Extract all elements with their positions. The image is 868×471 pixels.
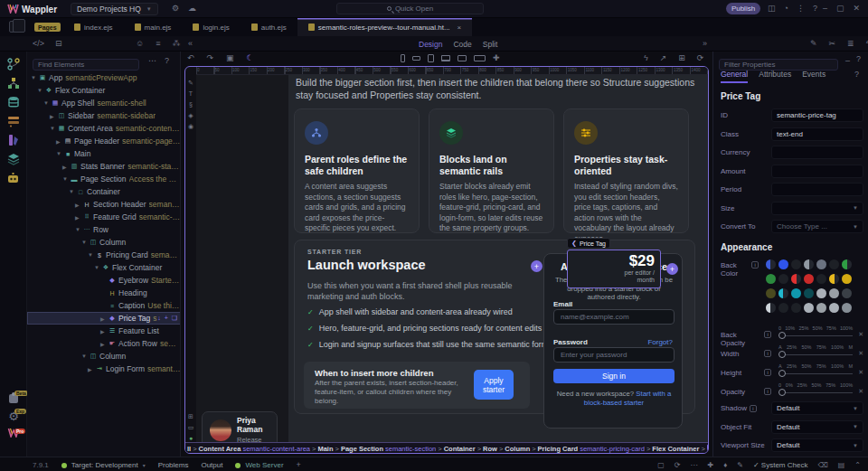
tree-item-page-header[interactable]: ▶▤Page Headersemantic-page-header [27, 135, 181, 147]
ai-assistant-icon[interactable]: ☺ [136, 40, 144, 48]
password-field[interactable] [553, 347, 675, 363]
view-mode-design[interactable]: Design [419, 40, 442, 49]
slider-knob[interactable] [778, 351, 786, 358]
tree-item-flex-container[interactable]: ▼❖Flex Container [27, 84, 181, 97]
cloud-sync-icon[interactable]: ☁ [188, 5, 196, 13]
breadcrumb-flex-container[interactable]: Flex Container [652, 445, 699, 453]
apply-starter-button[interactable]: Apply starter [474, 370, 514, 400]
color-swatch[interactable] [842, 303, 852, 313]
layout-columns-icon[interactable]: ◫ [768, 5, 776, 13]
breadcrumb-main[interactable]: Main [317, 445, 333, 453]
select-object-fit[interactable]: Default▼ [771, 420, 863, 434]
file-tab[interactable]: auth.ejs [241, 18, 297, 36]
expand-icon[interactable]: ▼ [81, 353, 89, 359]
expand-panel-icon[interactable]: » [703, 40, 707, 48]
more-icon[interactable]: ⋯ [690, 462, 697, 469]
color-swatch[interactable] [829, 274, 839, 284]
breadcrumb-page-section[interactable]: Page Sectionsemantic-section [341, 445, 436, 453]
insert-after-icon[interactable]: ↓ [157, 315, 161, 322]
preview-box-icon[interactable]: ▢ [657, 462, 665, 469]
color-swatch[interactable] [766, 303, 776, 313]
expand-icon[interactable]: ▶ [75, 202, 82, 208]
more-options-icon[interactable]: ⋯ [148, 57, 156, 65]
file-tab[interactable]: login.ejs [182, 18, 240, 36]
select-viewport-size[interactable]: Default▼ [771, 438, 863, 452]
tree-item-stats-banner[interactable]: ▶▥Stats Bannersemantic-stats-banner [27, 160, 181, 173]
color-swatch[interactable] [816, 288, 826, 298]
expand-icon[interactable]: ▶ [88, 366, 95, 372]
layers-icon[interactable]: ≣ [847, 40, 854, 48]
breadcrumb-pricing-card[interactable]: Pricing Cardsemantic-pricing-card [538, 445, 645, 453]
dom-tree-icon[interactable]: ⊟ [55, 40, 62, 48]
color-swatch[interactable] [816, 303, 826, 313]
tree-item-content-area[interactable]: ▼▦Content Areasemantic-content-area [27, 122, 181, 135]
property-input-class[interactable]: text-end [771, 127, 863, 141]
apps-grid-icon[interactable]: ⊞ [185, 413, 196, 419]
edit-icon[interactable]: ✎ [185, 80, 196, 86]
help-icon[interactable]: ? [165, 57, 169, 65]
add-target-icon[interactable]: + [297, 461, 301, 469]
expand-icon[interactable]: ▶ [100, 341, 108, 347]
color-swatch[interactable] [766, 274, 776, 284]
droplet-icon[interactable]: ◔ [784, 5, 788, 13]
bolt-icon[interactable]: ϟ [644, 54, 648, 62]
database-icon[interactable] [7, 96, 20, 108]
system-check-button[interactable]: ✓ System Check [753, 461, 808, 469]
output-button[interactable]: Output [201, 461, 222, 469]
git-icon[interactable] [7, 58, 20, 71]
expand-icon[interactable]: ▶ [56, 138, 63, 145]
expand-icon[interactable]: ▼ [62, 176, 70, 182]
tree-item-section-header[interactable]: ▶HSection Headersemantic-secti... [27, 198, 181, 211]
frame-icon[interactable]: ▭ [185, 424, 196, 430]
settings-icon[interactable]: ⚙ [172, 5, 179, 13]
tree-item-sidebar[interactable]: ▶◫Sidebarsemantic-sidebar [27, 109, 181, 122]
sign-in-button[interactable]: Sign in [553, 369, 675, 383]
quick-open-search[interactable]: Quick Open [336, 3, 484, 14]
property-select-convert-to[interactable]: Choose Type ...▼ [771, 220, 863, 233]
refresh-icon[interactable]: ⟳ [675, 462, 681, 469]
trash-icon[interactable]: ▤ [838, 462, 845, 469]
share-nodes-icon[interactable]: ✚ [707, 462, 713, 469]
clear-icon[interactable]: ✕ [858, 382, 863, 395]
tree-item-feature-grid[interactable]: ▶⠿Feature Gridsemantic-feature-... [27, 211, 181, 223]
slider-track[interactable]: A25%50%75%100%M [777, 344, 854, 363]
color-swatch[interactable] [778, 259, 788, 269]
color-swatch[interactable] [804, 259, 814, 269]
breadcrumb-content-area[interactable]: Content Areasemantic-content-area [199, 445, 310, 453]
problems-button[interactable]: Problems [158, 461, 189, 469]
tree-item-container[interactable]: ▼□Container [27, 185, 181, 198]
expand-icon[interactable]: ▶ [100, 328, 108, 334]
slider-track[interactable]: A25%50%75%100%M [777, 363, 854, 382]
ai-robot-icon[interactable] [6, 172, 20, 184]
add-element-button[interactable]: + [531, 260, 542, 272]
screenshot-icon[interactable]: ▣ [226, 54, 234, 62]
brush-icon[interactable]: ✎ [737, 462, 743, 469]
color-swatch[interactable] [816, 259, 826, 269]
target-selector[interactable]: Target: Development▾ [61, 461, 146, 469]
property-input-currency[interactable] [771, 146, 863, 159]
tree-item-feature-list[interactable]: ▶☰Feature List [27, 325, 181, 337]
color-swatch[interactable] [842, 288, 852, 298]
tree-item-main[interactable]: ▼■Main [27, 147, 181, 160]
maximize-button[interactable]: ▢ [836, 5, 844, 13]
slider-knob[interactable] [778, 389, 786, 396]
tree-item-column[interactable]: ▼◫Column [27, 350, 181, 363]
breadcrumb-container[interactable]: Container [444, 445, 476, 453]
slider-track[interactable]: 00%25%50%75%100% [777, 382, 854, 400]
help-icon[interactable]: ? [813, 5, 817, 13]
eye-icon[interactable]: ◉ [185, 123, 196, 129]
tree-item-page-section[interactable]: ▼▬Page SectionAccess the workspa... [27, 173, 181, 185]
breadcrumb-column[interactable]: Column [505, 445, 530, 453]
color-swatch[interactable] [778, 288, 788, 298]
server-connect-icon[interactable] [7, 115, 20, 127]
dark-mode-icon[interactable]: ☾ [247, 54, 254, 62]
web-server-status[interactable]: Web Server [235, 461, 283, 469]
cut-icon[interactable]: ✂ [829, 40, 836, 48]
expand-icon[interactable]: ▼ [81, 240, 89, 245]
expand-icon[interactable]: ▼ [50, 126, 57, 131]
property-select-size[interactable]: ▼ [771, 202, 863, 215]
color-swatch[interactable] [829, 259, 839, 269]
collapse-panel-icon[interactable]: « [188, 40, 193, 48]
breadcrumb-row[interactable]: Row [483, 445, 497, 453]
workflow-icon[interactable] [7, 77, 20, 89]
